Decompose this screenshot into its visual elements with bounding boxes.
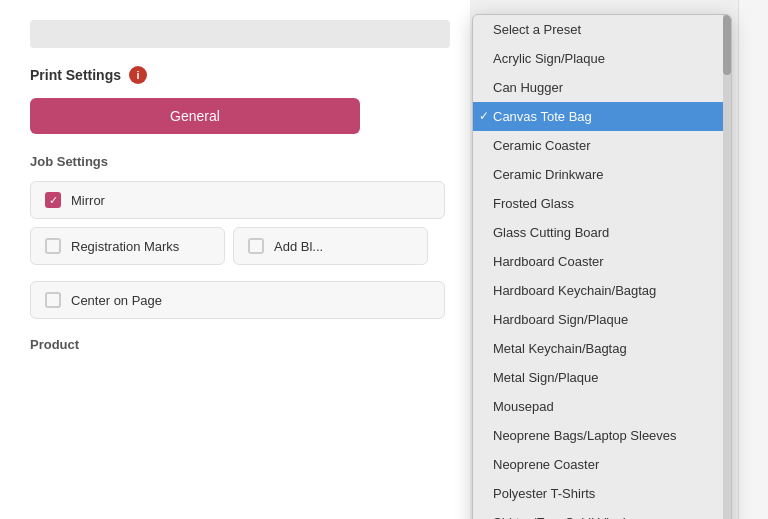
job-settings-label: Job Settings xyxy=(30,154,450,169)
right-panel xyxy=(738,0,768,519)
dropdown-item-10[interactable]: Hardboard Sign/Plaque xyxy=(473,305,731,334)
print-settings-label: Print Settings xyxy=(30,67,121,83)
dropdown-item-6[interactable]: Frosted Glass xyxy=(473,189,731,218)
dropdown-item-13[interactable]: Mousepad xyxy=(473,392,731,421)
general-button[interactable]: General xyxy=(30,98,360,134)
center-on-page-row: Center on Page xyxy=(30,281,445,319)
dropdown-item-5[interactable]: Ceramic Drinkware xyxy=(473,160,731,189)
dropdown-item-15[interactable]: Neoprene Coaster xyxy=(473,450,731,479)
dropdown-item-17[interactable]: Shirt w/EasySubli Vinyl xyxy=(473,508,731,519)
dropdown-item-9[interactable]: Hardboard Keychain/Bagtag xyxy=(473,276,731,305)
dropdown-item-1[interactable]: Acrylic Sign/Plaque xyxy=(473,44,731,73)
dropdown-item-8[interactable]: Hardboard Coaster xyxy=(473,247,731,276)
info-icon[interactable]: i xyxy=(129,66,147,84)
dropdown-item-7[interactable]: Glass Cutting Board xyxy=(473,218,731,247)
dropdown-item-2[interactable]: Can Hugger xyxy=(473,73,731,102)
dropdown-item-16[interactable]: Polyester T-Shirts xyxy=(473,479,731,508)
top-bar-placeholder xyxy=(30,20,450,48)
mirror-label: Mirror xyxy=(71,193,105,208)
mirror-checkbox[interactable] xyxy=(45,192,61,208)
center-on-page-label: Center on Page xyxy=(71,293,162,308)
checkbox-row-pair: Registration Marks Add Bl... xyxy=(30,227,450,273)
center-on-page-checkbox[interactable] xyxy=(45,292,61,308)
dropdown-item-12[interactable]: Metal Sign/Plaque xyxy=(473,363,731,392)
add-bleed-label: Add Bl... xyxy=(274,239,323,254)
dropdown-item-0[interactable]: Select a Preset xyxy=(473,15,731,44)
dropdown-item-14[interactable]: Neoprene Bags/Laptop Sleeves xyxy=(473,421,731,450)
main-panel: Print Settings i General Job Settings Mi… xyxy=(0,0,470,519)
dropdown-item-4[interactable]: Ceramic Coaster xyxy=(473,131,731,160)
registration-marks-checkbox[interactable] xyxy=(45,238,61,254)
add-bleed-checkbox[interactable] xyxy=(248,238,264,254)
dropdown-item-11[interactable]: Metal Keychain/Bagtag xyxy=(473,334,731,363)
scrollbar-track[interactable] xyxy=(723,15,731,519)
add-bleed-row: Add Bl... xyxy=(233,227,428,265)
preset-dropdown[interactable]: Select a PresetAcrylic Sign/PlaqueCan Hu… xyxy=(472,14,732,519)
registration-marks-label: Registration Marks xyxy=(71,239,179,254)
dropdown-item-3[interactable]: Canvas Tote Bag xyxy=(473,102,731,131)
print-settings-header: Print Settings i xyxy=(30,66,450,84)
mirror-row: Mirror xyxy=(30,181,445,219)
registration-marks-row: Registration Marks xyxy=(30,227,225,265)
product-label: Product xyxy=(30,337,450,352)
dropdown-items-list: Select a PresetAcrylic Sign/PlaqueCan Hu… xyxy=(473,15,731,519)
scrollbar-thumb[interactable] xyxy=(723,15,731,75)
